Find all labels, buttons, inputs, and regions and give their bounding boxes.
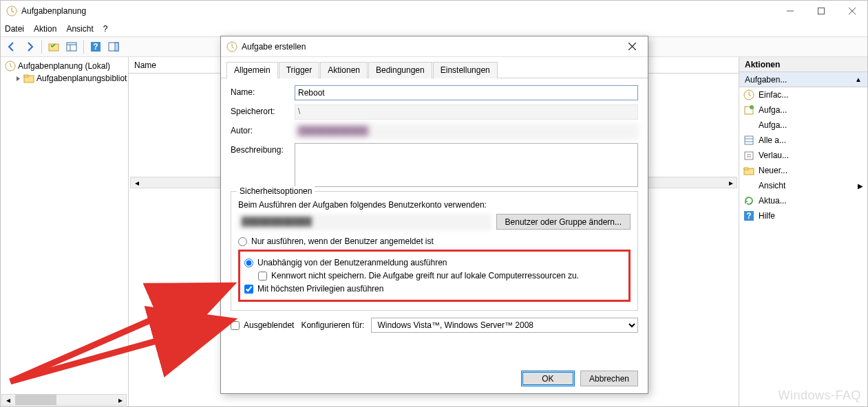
actions-pane: Aktionen Aufgaben... ▲ Einfac... Aufga..… bbox=[739, 57, 867, 406]
svg-text:?: ? bbox=[93, 42, 98, 52]
label-name: Name: bbox=[231, 85, 295, 97]
actions-header: Aktionen bbox=[739, 57, 867, 72]
scroll-left-icon[interactable]: ◂ bbox=[2, 395, 14, 405]
tab-general[interactable]: Allgemein bbox=[226, 62, 278, 78]
svg-rect-10 bbox=[24, 75, 28, 77]
dialog-close-button[interactable] bbox=[622, 37, 642, 56]
radio-logged-in[interactable]: Nur ausführen, wenn der Benutzer angemel… bbox=[238, 236, 631, 246]
check-highest-priv[interactable]: Mit höchsten Privilegien ausführen bbox=[244, 284, 624, 294]
help-icon: ? bbox=[743, 210, 754, 221]
svg-rect-14 bbox=[745, 136, 753, 144]
cancel-button[interactable]: Abbrechen bbox=[580, 371, 638, 386]
svg-rect-3 bbox=[67, 43, 76, 51]
action-view[interactable]: Ansicht▶ bbox=[739, 178, 867, 193]
author-value: ████████████ bbox=[295, 124, 638, 139]
check-highest-priv-input[interactable] bbox=[244, 285, 253, 294]
tree-hscroll[interactable]: ◂ ▸ bbox=[1, 394, 127, 406]
submenu-arrow-icon: ▶ bbox=[858, 182, 863, 190]
maximize-button[interactable] bbox=[805, 1, 836, 21]
check-no-password[interactable]: Kennwort nicht speichern. Die Aufgabe gr… bbox=[244, 271, 624, 280]
action-refresh[interactable]: Aktua... bbox=[739, 193, 867, 208]
tree-root-label: Aufgabenplanung (Lokal) bbox=[18, 61, 110, 71]
col-name: Name bbox=[134, 60, 156, 70]
history-icon bbox=[743, 150, 754, 161]
change-user-button[interactable]: Benutzer oder Gruppe ändern... bbox=[496, 214, 631, 230]
task-new-icon bbox=[743, 104, 754, 116]
actions-subheader[interactable]: Aufgaben... ▲ bbox=[739, 72, 867, 87]
scroll-left-icon[interactable]: ◂ bbox=[131, 177, 142, 188]
radio-any-user-input[interactable] bbox=[244, 258, 253, 267]
menu-view[interactable]: Ansicht bbox=[66, 24, 93, 34]
tree-root[interactable]: Aufgabenplanung (Lokal) bbox=[2, 60, 127, 72]
action-create-basic[interactable]: Einfac... bbox=[739, 87, 867, 102]
label-location: Speicherort: bbox=[231, 104, 295, 116]
tab-conditions[interactable]: Bedingungen bbox=[368, 62, 432, 78]
tab-settings[interactable]: Einstellungen bbox=[433, 62, 498, 78]
description-input[interactable] bbox=[295, 143, 638, 187]
check-no-password-label: Kennwort nicht speichern. Die Aufgabe gr… bbox=[271, 271, 579, 280]
ok-button[interactable]: OK bbox=[521, 371, 575, 386]
forward-button[interactable] bbox=[21, 38, 38, 55]
configure-select[interactable]: Windows Vista™, Windows Server™ 2008 bbox=[371, 318, 638, 333]
minimize-button[interactable] bbox=[774, 1, 805, 21]
titlebar: Aufgabenplanung bbox=[1, 1, 867, 21]
action-create-task[interactable]: Aufga... bbox=[739, 102, 867, 118]
highlight-box: Unabhängig von der Benutzeranmeldung aus… bbox=[238, 250, 631, 302]
security-group-title: Sicherheitsoptionen bbox=[237, 186, 315, 196]
svg-rect-7 bbox=[115, 43, 118, 51]
close-button[interactable] bbox=[836, 1, 867, 21]
action-help[interactable]: ?Hilfe bbox=[739, 208, 867, 223]
action-show-all[interactable]: Alle a... bbox=[739, 133, 867, 148]
tab-panel-general: Name: Speicherort: \ Autor: ████████████… bbox=[221, 78, 648, 338]
folder-icon bbox=[23, 73, 34, 84]
check-hidden[interactable]: Ausgeblendet bbox=[231, 320, 294, 330]
collapse-icon[interactable]: ▲ bbox=[855, 76, 862, 83]
tree-pane: Aufgabenplanung (Lokal) Aufgabenplanungs… bbox=[1, 57, 129, 406]
check-hidden-input[interactable] bbox=[231, 321, 240, 330]
account-field: ████████████ bbox=[238, 214, 491, 230]
window-title: Aufgabenplanung bbox=[21, 6, 774, 16]
svg-rect-1 bbox=[818, 8, 824, 14]
tabstrip: Allgemein Trigger Aktionen Bedingungen E… bbox=[221, 57, 648, 78]
configure-label: Konfigurieren für: bbox=[301, 320, 364, 330]
tree-child-label: Aufgabenplanungsbibliot bbox=[36, 74, 127, 83]
label-author: Autor: bbox=[231, 124, 295, 135]
tree-child[interactable]: Aufgabenplanungsbibliot bbox=[2, 72, 127, 85]
tab-trigger[interactable]: Trigger bbox=[279, 62, 320, 78]
label-description: Beschreibung: bbox=[231, 143, 295, 155]
action-new-folder[interactable]: Neuer... bbox=[739, 163, 867, 178]
toolbar-panel-button[interactable] bbox=[105, 38, 122, 55]
radio-logged-in-label: Nur ausführen, wenn der Benutzer angemel… bbox=[251, 236, 434, 246]
name-input[interactable] bbox=[295, 85, 638, 100]
svg-point-13 bbox=[750, 105, 754, 109]
app-icon bbox=[6, 6, 17, 16]
menu-file[interactable]: Datei bbox=[5, 24, 24, 34]
clock-icon bbox=[5, 60, 16, 72]
dialog-title: Aufgabe erstellen bbox=[242, 42, 622, 52]
blank-icon bbox=[743, 180, 754, 191]
toolbar-folder-button[interactable] bbox=[45, 38, 62, 55]
tab-actions[interactable]: Aktionen bbox=[320, 62, 368, 78]
menu-action[interactable]: Aktion bbox=[34, 24, 56, 34]
check-hidden-label: Ausgeblendet bbox=[244, 320, 294, 330]
back-button[interactable] bbox=[3, 38, 20, 55]
menubar: Datei Aktion Ansicht ? bbox=[1, 21, 867, 36]
check-highest-priv-label: Mit höchsten Privilegien ausführen bbox=[257, 284, 383, 294]
action-import-task[interactable]: Aufga... bbox=[739, 118, 867, 133]
svg-rect-15 bbox=[745, 152, 753, 160]
toolbar-view-button[interactable] bbox=[63, 38, 80, 55]
tree-expander-icon[interactable] bbox=[14, 75, 22, 82]
radio-logged-in-input[interactable] bbox=[238, 237, 247, 246]
menu-help[interactable]: ? bbox=[103, 24, 108, 34]
actions-subheader-label: Aufgaben... bbox=[745, 75, 787, 85]
list-icon bbox=[743, 135, 754, 146]
scroll-thumb[interactable] bbox=[15, 395, 56, 405]
radio-any-user[interactable]: Unabhängig von der Benutzeranmeldung aus… bbox=[244, 258, 624, 267]
scroll-right-icon[interactable]: ▸ bbox=[725, 177, 737, 188]
scroll-right-icon[interactable]: ▸ bbox=[114, 395, 126, 405]
folder-new-icon bbox=[743, 165, 754, 176]
action-history[interactable]: Verlau... bbox=[739, 148, 867, 163]
toolbar-help-button[interactable]: ? bbox=[87, 38, 104, 55]
create-task-dialog: Aufgabe erstellen Allgemein Trigger Akti… bbox=[220, 36, 648, 394]
check-no-password-input[interactable] bbox=[258, 272, 267, 280]
